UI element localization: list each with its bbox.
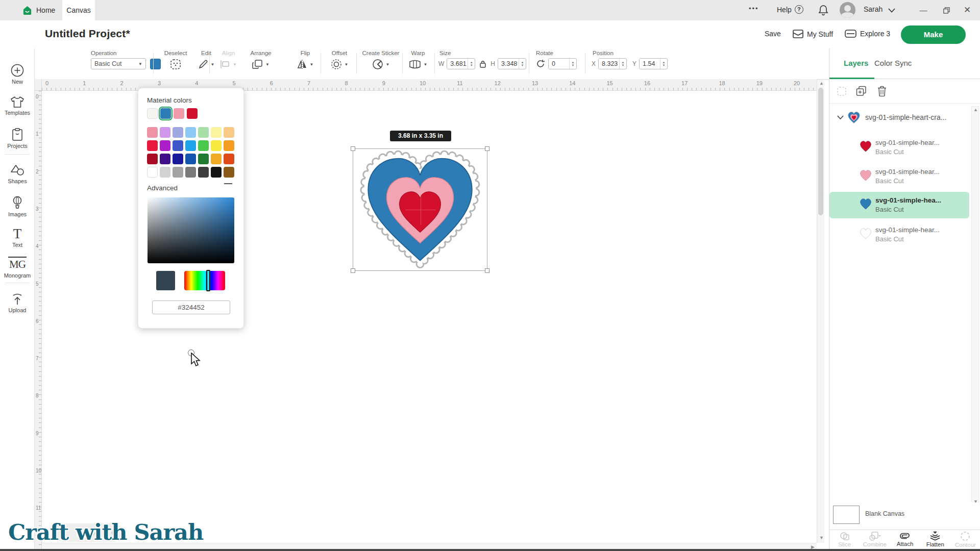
rotate-icon[interactable] xyxy=(536,59,545,68)
blank-canvas-row[interactable]: Blank Canvas xyxy=(829,503,980,530)
palette-swatch[interactable] xyxy=(160,140,170,151)
sidebar-item-templates[interactable]: Templates xyxy=(0,96,35,116)
palette-swatch[interactable] xyxy=(211,127,222,138)
sidebar-item-shapes[interactable]: Shapes xyxy=(0,164,35,184)
palette-swatch[interactable] xyxy=(224,127,234,138)
palette-swatch[interactable] xyxy=(147,140,158,151)
sidebar-item-images[interactable]: Images xyxy=(0,196,35,217)
sidebar-item-projects[interactable]: Projects xyxy=(0,128,35,149)
delete-trash-icon[interactable] xyxy=(877,86,887,96)
palette-swatch[interactable] xyxy=(185,127,196,138)
avatar[interactable] xyxy=(840,2,855,18)
palette-swatch[interactable] xyxy=(185,154,196,164)
chevron-down-icon[interactable] xyxy=(888,8,895,13)
tab-color-sync[interactable]: Color Sync xyxy=(874,59,912,67)
x-stepper[interactable]: ▲▼ xyxy=(619,59,626,69)
attach-button[interactable]: Attach xyxy=(890,530,920,550)
layer-group-header[interactable]: svg-01-simple-heart-cra... xyxy=(829,109,969,129)
x-input[interactable]: ▲▼ xyxy=(598,58,627,69)
palette-swatch[interactable] xyxy=(160,154,170,164)
material-swatch[interactable] xyxy=(160,108,171,119)
lock-icon[interactable] xyxy=(479,60,486,68)
project-title[interactable]: Untitled Project* xyxy=(45,28,130,40)
palette-swatch[interactable] xyxy=(147,154,158,164)
hex-color-input[interactable] xyxy=(152,300,230,314)
material-swatch[interactable] xyxy=(147,108,158,119)
ruler-label: 17 xyxy=(681,80,688,86)
help-button[interactable]: Help ? xyxy=(777,5,803,14)
overflow-menu-button[interactable]: ••• xyxy=(749,5,759,12)
scroll-down-arrow[interactable]: ▼ xyxy=(819,535,824,540)
palette-swatch[interactable] xyxy=(173,140,183,151)
save-button[interactable]: Save xyxy=(765,30,781,38)
tab-canvas[interactable]: Canvas xyxy=(62,0,95,20)
palette-swatch[interactable] xyxy=(160,167,170,178)
palette-swatch[interactable] xyxy=(198,154,209,164)
width-stepper[interactable]: ▲▼ xyxy=(468,59,475,69)
material-swatch[interactable] xyxy=(174,108,184,119)
operation-select[interactable]: Basic Cut▼ xyxy=(91,58,146,69)
window-minimize-button[interactable]: — xyxy=(915,0,932,20)
tab-layers[interactable]: Layers xyxy=(844,59,868,67)
hue-slider-handle[interactable] xyxy=(206,270,210,291)
canvas-vertical-scrollbar[interactable]: ▲ ▼ xyxy=(817,80,824,543)
sidebar-item-monogram[interactable]: M⁠G Monogram xyxy=(0,257,35,279)
sidebar-item-upload[interactable]: Upload xyxy=(0,293,35,313)
palette-swatch[interactable] xyxy=(173,127,183,138)
notifications-bell-icon[interactable] xyxy=(818,5,828,16)
ruler-label: 2 xyxy=(36,169,39,174)
arrange-button[interactable]: Arrange ▼ xyxy=(245,50,277,70)
home-button[interactable]: Home xyxy=(22,0,55,20)
layer-color-swatch[interactable] xyxy=(150,59,161,69)
palette-swatch[interactable] xyxy=(173,154,183,164)
layer-row-blue-selected[interactable]: svg-01-simple-hea... Basic Cut xyxy=(829,192,969,218)
y-stepper[interactable]: ▲▼ xyxy=(660,59,667,69)
height-input[interactable]: ▲▼ xyxy=(498,58,526,69)
deselect-button[interactable]: Deselect xyxy=(160,50,191,70)
flip-button[interactable]: Flip ▼ xyxy=(292,50,318,70)
chevron-down-icon[interactable] xyxy=(837,115,844,120)
y-input[interactable]: ▲▼ xyxy=(639,58,668,69)
palette-swatch[interactable] xyxy=(224,154,234,164)
scroll-up-arrow[interactable]: ▲ xyxy=(973,107,978,112)
palette-swatch[interactable] xyxy=(224,140,234,151)
palette-swatch[interactable] xyxy=(224,167,234,178)
palette-swatch[interactable] xyxy=(211,140,222,151)
layer-row-red[interactable]: svg-01-simple-hear... Basic Cut xyxy=(829,134,969,161)
palette-swatch[interactable] xyxy=(173,167,183,178)
layer-row-white[interactable]: svg-01-simple-hear... Basic Cut xyxy=(829,221,969,248)
offset-button[interactable]: Offset ▼ xyxy=(325,50,354,70)
window-restore-button[interactable] xyxy=(943,7,950,14)
palette-swatch[interactable] xyxy=(185,140,196,151)
saturation-brightness-picker[interactable] xyxy=(148,197,234,263)
scrollbar-thumb[interactable] xyxy=(818,88,823,215)
palette-swatch[interactable] xyxy=(147,127,158,138)
palette-swatch[interactable] xyxy=(198,127,209,138)
material-swatch[interactable] xyxy=(187,108,198,119)
hue-slider[interactable] xyxy=(184,271,225,290)
palette-swatch[interactable] xyxy=(160,127,170,138)
scroll-up-arrow[interactable]: ▲ xyxy=(819,81,824,86)
height-stepper[interactable]: ▲▼ xyxy=(519,59,526,69)
palette-swatch[interactable] xyxy=(185,167,196,178)
palette-swatch[interactable] xyxy=(147,167,158,178)
window-close-button[interactable]: ✕ xyxy=(959,0,976,20)
width-input[interactable]: ▲▼ xyxy=(447,58,475,69)
palette-swatch[interactable] xyxy=(198,167,209,178)
explore-machine-button[interactable]: Explore 3 xyxy=(845,30,890,38)
user-name[interactable]: Sarah xyxy=(864,5,883,13)
palette-swatch[interactable] xyxy=(198,140,209,151)
layer-row-pink[interactable]: svg-01-simple-hear... Basic Cut xyxy=(829,163,969,190)
create-sticker-button[interactable]: Create Sticker ▼ xyxy=(360,50,401,70)
duplicate-icon[interactable] xyxy=(856,86,867,96)
flatten-button[interactable]: Flatten xyxy=(920,530,950,550)
panel-scrollbar[interactable]: ▲ ▼ xyxy=(971,106,979,505)
my-stuff-button[interactable]: My Stuff xyxy=(793,30,833,38)
make-button[interactable]: Make xyxy=(901,26,966,44)
sidebar-item-text[interactable]: T Text xyxy=(0,227,35,248)
collapse-advanced-button[interactable] xyxy=(224,183,232,184)
sidebar-item-new[interactable]: New xyxy=(0,64,35,85)
balloon-icon xyxy=(12,196,23,210)
palette-swatch[interactable] xyxy=(211,167,222,178)
palette-swatch[interactable] xyxy=(211,154,222,164)
